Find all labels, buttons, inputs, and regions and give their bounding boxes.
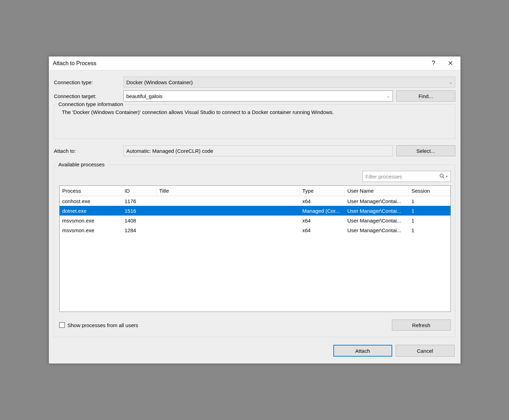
select-button[interactable]: Select...	[396, 145, 455, 156]
search-icon	[439, 173, 445, 180]
cell-type: Managed (Cor...	[300, 207, 345, 215]
cell-process: dotnet.exe	[60, 207, 122, 215]
filter-processes-box[interactable]: ▾	[362, 171, 451, 182]
cell-type: x64	[300, 197, 345, 205]
show-all-users-label: Show processes from all users	[68, 322, 138, 328]
available-processes-group: Available processes ▾ Process ID Title T…	[54, 165, 455, 337]
cell-title	[157, 219, 300, 221]
connection-type-label: Connection type:	[54, 79, 123, 85]
chevron-down-icon: ⌄	[387, 94, 390, 98]
connection-type-value: Docker (Windows Container)	[126, 79, 193, 85]
cell-id: 1408	[122, 217, 157, 225]
connection-target-value: beautiful_galois	[126, 93, 163, 99]
process-table[interactable]: Process ID Title Type User Name Session …	[59, 185, 451, 312]
cell-user: User Manager\Contai...	[345, 217, 409, 225]
col-header-title[interactable]: Title	[157, 186, 300, 195]
col-header-user[interactable]: User Name	[345, 186, 409, 195]
connection-target-combo[interactable]: beautiful_galois ⌄	[123, 90, 393, 102]
connection-info-legend: Connection type information	[57, 101, 125, 107]
help-icon: ?	[432, 60, 435, 67]
action-row: Attach Cancel	[54, 345, 455, 357]
attach-to-label: Attach to:	[54, 148, 123, 154]
col-header-session[interactable]: Session	[409, 186, 450, 195]
col-header-process[interactable]: Process	[60, 186, 122, 195]
connection-info-group: Connection type information The 'Docker …	[54, 104, 455, 139]
table-row[interactable]: msvsmon.exe1408x64User Manager\Contai...…	[60, 216, 450, 225]
col-header-id[interactable]: ID	[122, 186, 157, 195]
cell-session: 1	[409, 217, 450, 225]
col-header-type[interactable]: Type	[300, 186, 345, 195]
cell-user: User Manager\Contai...	[345, 207, 409, 215]
attach-to-process-dialog: Attach to Process ? Connection type: Doc…	[49, 56, 461, 364]
cell-id: 1516	[122, 207, 157, 215]
chevron-down-icon: ▾	[446, 175, 448, 178]
find-button[interactable]: Find...	[396, 90, 455, 102]
connection-type-dropdown[interactable]: Docker (Windows Container) ⌄	[123, 77, 455, 88]
cell-type: x64	[300, 226, 345, 234]
cell-session: 1	[409, 207, 450, 215]
cell-process: conhost.exe	[60, 197, 122, 205]
cell-user: User Manager\Contai...	[345, 197, 409, 205]
attach-to-box: Automatic: Managed (CoreCLR) code	[123, 145, 393, 156]
connection-info-text: The 'Docker (Windows Container)' connect…	[59, 109, 451, 115]
cell-type: x64	[300, 217, 345, 225]
cell-title	[157, 200, 300, 202]
chevron-down-icon: ⌄	[449, 80, 452, 85]
help-button[interactable]: ?	[426, 58, 441, 69]
dialog-title: Attach to Process	[53, 60, 424, 67]
cell-process: msvsmon.exe	[60, 217, 122, 225]
dialog-content: Connection type: Docker (Windows Contain…	[49, 70, 460, 364]
titlebar: Attach to Process ?	[49, 56, 460, 70]
cell-process: msvsmon.exe	[60, 226, 122, 234]
connection-target-label: Connection target:	[54, 93, 123, 99]
table-row[interactable]: msvsmon.exe1284x64User Manager\Contai...…	[60, 225, 450, 235]
attach-button[interactable]: Attach	[333, 345, 392, 357]
svg-line-3	[443, 177, 444, 178]
cell-title	[157, 210, 300, 212]
cell-title	[157, 229, 300, 231]
close-icon	[448, 61, 453, 66]
attach-to-value: Automatic: Managed (CoreCLR) code	[126, 148, 213, 154]
process-table-header: Process ID Title Type User Name Session	[60, 186, 450, 196]
svg-point-2	[440, 174, 443, 177]
close-button[interactable]	[443, 58, 458, 69]
table-row[interactable]: dotnet.exe1516Managed (Cor...User Manage…	[60, 206, 450, 216]
refresh-button[interactable]: Refresh	[392, 320, 451, 331]
cell-session: 1	[409, 226, 450, 234]
table-row[interactable]: conhost.exe1176x64User Manager\Contai...…	[60, 196, 450, 206]
filter-processes-input[interactable]	[366, 174, 439, 180]
cell-id: 1284	[122, 226, 157, 234]
available-processes-legend: Available processes	[57, 161, 106, 167]
cell-session: 1	[409, 197, 450, 205]
show-all-users-checkbox[interactable]	[59, 322, 65, 328]
cancel-button[interactable]: Cancel	[396, 345, 455, 357]
cell-user: User Manager\Contai...	[345, 226, 409, 234]
cell-id: 1176	[122, 197, 157, 205]
